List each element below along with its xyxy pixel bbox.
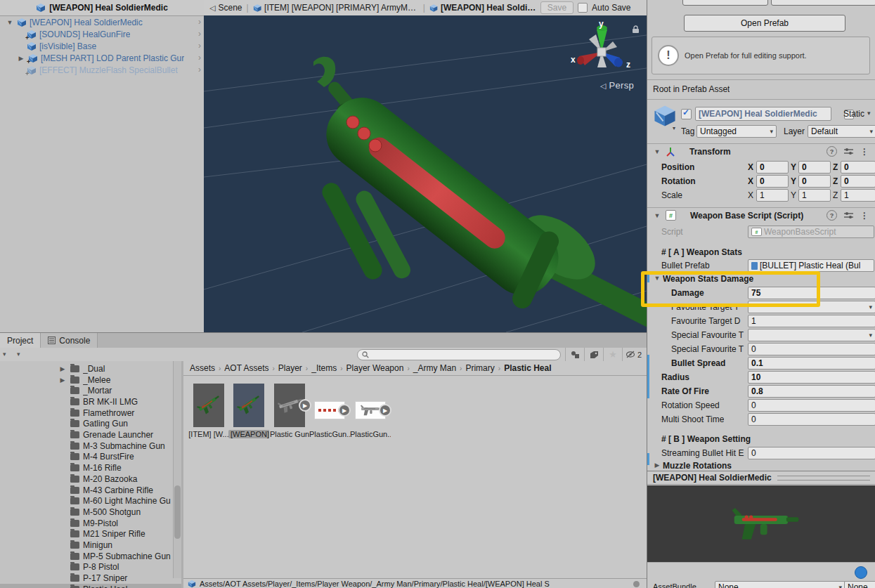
asset-item-selected[interactable]: [WEAPON]... [228, 375, 269, 438]
scene-viewport[interactable]: y x z ◁ Persp [204, 15, 647, 332]
hierarchy-item-weapon-root[interactable]: ▼ [WEAPON] Heal SoldierMedic › [0, 16, 204, 28]
foldout-open-icon[interactable]: ▼ [653, 212, 661, 219]
foldout-open-icon[interactable]: ▼ [653, 148, 661, 155]
folder-item[interactable]: ▶_Melee [0, 374, 181, 386]
favorites-star-icon[interactable]: ★ [603, 348, 622, 361]
folder-item[interactable]: M21 Sniper Rifle [0, 529, 181, 540]
folder-item[interactable]: M-4 BurstFire [0, 452, 181, 463]
folder-item-selected[interactable]: Plastic Heal [0, 584, 181, 588]
transform-header[interactable]: ▼ Transform ? ⋮ [647, 143, 875, 159]
folder-item[interactable]: M-3 Submachine Gun [0, 440, 181, 452]
breadcrumb-item[interactable]: AOT Assets [224, 363, 268, 373]
folder-item[interactable]: Flamethrower [0, 407, 181, 419]
folder-item[interactable]: P-8 Pistol [0, 562, 181, 573]
hierarchy-item-base[interactable]: [isVisible] Base › [0, 40, 204, 52]
hierarchy-item-muzzleflash[interactable]: + [EFFECT] MuzzleFlash SpecialBullet › [0, 64, 204, 76]
kebab-menu-icon[interactable]: ⋮ [860, 211, 869, 221]
folder-item[interactable]: M-43 Carbine Rifle [0, 485, 181, 496]
perspective-toggle[interactable]: ◁ Persp [600, 80, 634, 91]
expand-open-icon[interactable]: ▼ [6, 19, 14, 26]
special-favourite-value-field[interactable]: 0 [748, 343, 875, 355]
gameobject-name-field[interactable]: [WEAPON] Heal SoldierMedic [695, 107, 831, 121]
hierarchy-item-meshpart[interactable]: ▶ + [MESH PART] LOD Parent Plastic Gur › [0, 52, 204, 64]
expand-closed-icon[interactable]: ▶ [17, 55, 25, 62]
hidden-packages-icon[interactable]: 2 [622, 348, 645, 361]
drag-handle[interactable] [777, 476, 870, 481]
folder-item[interactable]: BR MK-II LMG [0, 396, 181, 407]
scale-z-field[interactable]: 1 [841, 189, 875, 202]
folder-item[interactable]: Grenade Launcher [0, 429, 181, 440]
foldout-open-icon[interactable]: ▼ [653, 275, 661, 282]
bullet-prefab-field[interactable]: [BULLET] Plastic Heal (Bul [748, 259, 874, 272]
rate-of-fire-field[interactable]: 0.8 [748, 385, 875, 398]
folder-item[interactable]: M9-Pistol [0, 518, 181, 529]
asset-item[interactable]: ▶ PlasticGun... [350, 375, 391, 438]
expand-closed-icon[interactable]: ▶ [59, 377, 66, 384]
asset-item[interactable]: [ITEM] [W... [188, 375, 229, 438]
asset-thumbnail[interactable]: ▶ [355, 401, 386, 419]
foldout-closed-icon[interactable]: ▶ [653, 462, 661, 469]
folder-item[interactable]: P-17 Sniper [0, 573, 181, 584]
presets-icon[interactable] [844, 211, 853, 219]
folder-item[interactable]: Minigun [0, 540, 181, 551]
chevron-right-icon[interactable]: › [198, 16, 201, 28]
help-icon[interactable]: ? [827, 146, 837, 157]
folder-item[interactable]: MP-5 Submachine Gun [0, 551, 181, 562]
rotation-speed-field[interactable]: 0 [748, 399, 875, 412]
expand-closed-icon[interactable]: ▶ [59, 365, 66, 372]
special-favourite-type-dropdown[interactable]: ▾ [748, 329, 875, 341]
tab-project[interactable]: Project [0, 333, 41, 348]
chevron-right-icon[interactable]: › [198, 64, 201, 76]
favourite-target-type-dropdown[interactable]: ▾ [748, 301, 875, 313]
scrollbar-thumb[interactable] [174, 485, 181, 539]
scene-orientation-gizmo[interactable]: y x z [568, 21, 635, 82]
asset-thumbnail[interactable] [233, 384, 264, 427]
chevron-right-icon[interactable]: › [198, 40, 201, 52]
filter-by-label-icon[interactable] [584, 348, 603, 361]
static-dropdown-caret[interactable]: ▾ [867, 110, 871, 117]
damage-field[interactable]: 75 [748, 287, 875, 299]
save-button[interactable]: Save [540, 1, 573, 14]
preview-header[interactable]: [WEAPON] Heal SoldierMedic [647, 471, 875, 485]
create-dropdown-caret[interactable]: ▾ [3, 351, 6, 358]
bullet-spread-field[interactable]: 0.1 [748, 357, 875, 370]
help-icon[interactable]: ? [827, 210, 837, 221]
radius-field[interactable]: 10 [748, 371, 875, 384]
scene-breadcrumb[interactable]: ◁ Scene [209, 3, 242, 13]
scale-x-field[interactable]: 1 [756, 189, 789, 202]
icon-dropdown-caret[interactable]: ▾ [673, 125, 675, 131]
clipped-button[interactable] [771, 0, 875, 6]
breadcrumb-item-current[interactable]: Plastic Heal [504, 363, 551, 373]
preview-viewport[interactable] [647, 485, 875, 562]
folder-item[interactable]: M-500 Shotgun [0, 507, 181, 518]
scale-y-field[interactable]: 1 [798, 189, 831, 202]
favourite-target-damage-field[interactable]: 1 [748, 315, 875, 327]
lock-icon[interactable] [632, 25, 640, 36]
folder-item[interactable]: ▶_Dual [0, 363, 181, 374]
presets-icon[interactable] [844, 148, 853, 155]
folder-item[interactable]: _Mortar [0, 385, 181, 396]
multi-shoot-time-field[interactable]: 0 [748, 413, 875, 426]
folder-item[interactable]: M-16 Rifle [0, 462, 181, 473]
asset-thumbnail[interactable]: ▶ [274, 384, 305, 427]
search-bar[interactable] [357, 349, 561, 360]
play-badge-icon[interactable]: ▶ [338, 404, 351, 417]
breadcrumb-item[interactable]: Player [278, 363, 302, 373]
active-checkbox[interactable] [681, 109, 692, 119]
rotation-y-field[interactable]: 0 [798, 175, 831, 188]
asset-item[interactable]: ▶ PlasticGun... [309, 375, 350, 438]
breadcrumb-item[interactable]: _Army Man [413, 363, 456, 373]
position-z-field[interactable]: 0 [841, 161, 875, 174]
layer-dropdown[interactable]: Default ▾ [808, 125, 875, 138]
clipped-button[interactable] [682, 0, 768, 6]
breadcrumb-item-prefab[interactable]: [ITEM] [WEAPON] [PRIMARY] ArmyMan P [253, 3, 419, 13]
search-input[interactable] [372, 350, 556, 360]
tag-dropdown[interactable]: Untagged ▾ [696, 125, 777, 138]
chevron-right-icon[interactable]: › [198, 28, 201, 40]
hierarchy-item-sounds[interactable]: + [SOUNDS] HealGunFire › [0, 28, 204, 40]
play-badge-icon[interactable]: ▶ [379, 404, 391, 417]
folder-item[interactable]: M-60 Light Machine Gu [0, 495, 181, 507]
breadcrumb-item[interactable]: Assets [190, 363, 215, 373]
streaming-bullet-field[interactable]: 0 [748, 447, 875, 459]
position-y-field[interactable]: 0 [798, 161, 831, 174]
